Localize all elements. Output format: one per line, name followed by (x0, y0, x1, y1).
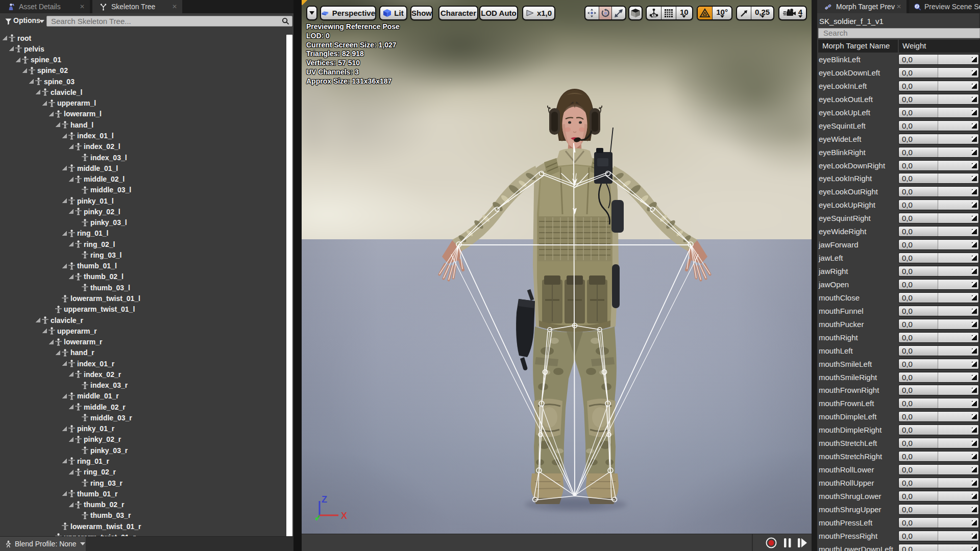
svg-text:X: X (341, 511, 347, 521)
svg-text:Z: Z (322, 494, 327, 505)
